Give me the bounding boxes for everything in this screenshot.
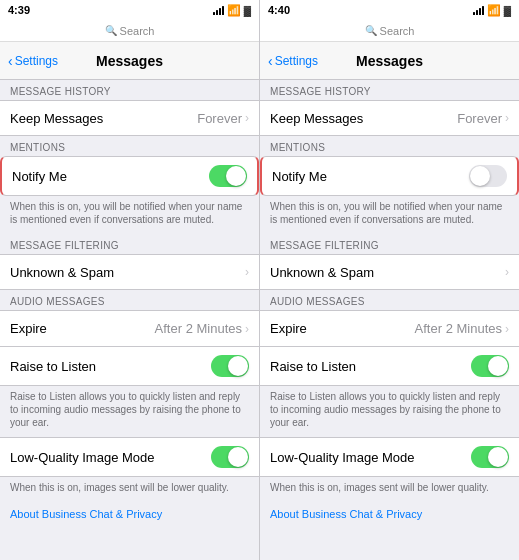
left-status-icons: 📶 ▓ bbox=[213, 4, 251, 17]
right-raise-listen-cell[interactable]: Raise to Listen bbox=[260, 346, 519, 386]
left-raise-listen-cell[interactable]: Raise to Listen bbox=[0, 346, 259, 386]
right-battery-icon: ▓ bbox=[504, 5, 511, 16]
left-about-label: About Business Chat & Privacy bbox=[10, 508, 162, 520]
left-audio-footer: Raise to Listen allows you to quickly li… bbox=[0, 386, 259, 437]
left-notify-me-cell[interactable]: Notify Me bbox=[0, 156, 259, 196]
right-keep-messages-value: Forever › bbox=[457, 111, 509, 126]
right-image-mode-knob bbox=[488, 447, 508, 467]
right-nav-title: Messages bbox=[356, 53, 423, 69]
left-keep-messages-value: Forever › bbox=[197, 111, 249, 126]
left-notify-me-toggle[interactable] bbox=[209, 165, 247, 187]
right-keep-chevron-icon: › bbox=[505, 111, 509, 125]
left-expire-chevron-icon: › bbox=[245, 322, 249, 336]
left-unknown-spam-label: Unknown & Spam bbox=[10, 265, 114, 280]
left-nav-title: Messages bbox=[96, 53, 163, 69]
right-keep-messages-label: Keep Messages bbox=[270, 111, 363, 126]
right-spam-chevron-icon: › bbox=[505, 265, 509, 279]
left-back-button[interactable]: ‹ Settings bbox=[8, 53, 58, 69]
left-image-mode-toggle[interactable] bbox=[211, 446, 249, 468]
right-wifi-icon: 📶 bbox=[487, 4, 501, 17]
right-content: MESSAGE HISTORY Keep Messages Forever › … bbox=[260, 80, 519, 560]
right-image-mode-toggle[interactable] bbox=[471, 446, 509, 468]
left-keep-messages-cell[interactable]: Keep Messages Forever › bbox=[0, 100, 259, 136]
left-unknown-spam-cell[interactable]: Unknown & Spam › bbox=[0, 254, 259, 290]
signal-icon bbox=[213, 5, 224, 15]
left-image-mode-cell[interactable]: Low-Quality Image Mode bbox=[0, 437, 259, 477]
right-msg-history-header: MESSAGE HISTORY bbox=[260, 80, 519, 100]
right-expire-cell[interactable]: Expire After 2 Minutes › bbox=[260, 310, 519, 346]
right-back-button[interactable]: ‹ Settings bbox=[268, 53, 318, 69]
right-mentions-header: MENTIONS bbox=[260, 136, 519, 156]
left-image-footer: When this is on, images sent will be low… bbox=[0, 477, 259, 502]
right-unknown-spam-cell[interactable]: Unknown & Spam › bbox=[260, 254, 519, 290]
right-image-mode-cell[interactable]: Low-Quality Image Mode bbox=[260, 437, 519, 477]
right-status-icons: 📶 ▓ bbox=[473, 4, 511, 17]
right-back-chevron: ‹ bbox=[268, 53, 273, 69]
right-expire-value: After 2 Minutes › bbox=[415, 321, 509, 336]
left-image-mode-label: Low-Quality Image Mode bbox=[10, 450, 155, 465]
right-search-label: Search bbox=[380, 25, 415, 37]
right-status-bar: 4:40 📶 ▓ bbox=[260, 0, 519, 20]
left-expire-value: After 2 Minutes › bbox=[155, 321, 249, 336]
right-unknown-spam-label: Unknown & Spam bbox=[270, 265, 374, 280]
left-raise-listen-label: Raise to Listen bbox=[10, 359, 96, 374]
left-back-chevron: ‹ bbox=[8, 53, 13, 69]
right-notify-me-knob bbox=[470, 166, 490, 186]
right-notify-me-label: Notify Me bbox=[272, 169, 327, 184]
right-audio-footer: Raise to Listen allows you to quickly li… bbox=[260, 386, 519, 437]
left-raise-listen-knob bbox=[228, 356, 248, 376]
right-keep-messages-cell[interactable]: Keep Messages Forever › bbox=[260, 100, 519, 136]
left-filtering-header: MESSAGE FILTERING bbox=[0, 234, 259, 254]
left-content: MESSAGE HISTORY Keep Messages Forever › … bbox=[0, 80, 259, 560]
left-back-label: Settings bbox=[15, 54, 58, 68]
right-time: 4:40 bbox=[268, 4, 290, 16]
right-audio-header: AUDIO MESSAGES bbox=[260, 290, 519, 310]
right-filtering-header: MESSAGE FILTERING bbox=[260, 234, 519, 254]
right-raise-listen-label: Raise to Listen bbox=[270, 359, 356, 374]
left-keep-chevron-icon: › bbox=[245, 111, 249, 125]
left-raise-listen-toggle[interactable] bbox=[211, 355, 249, 377]
battery-icon: ▓ bbox=[244, 5, 251, 16]
left-msg-history-header: MESSAGE HISTORY bbox=[0, 80, 259, 100]
right-raise-listen-knob bbox=[488, 356, 508, 376]
left-about-link[interactable]: About Business Chat & Privacy bbox=[0, 502, 259, 526]
left-screen: 4:39 📶 ▓ 🔍 Search ‹ Settings Messages ME… bbox=[0, 0, 259, 560]
right-image-footer: When this is on, images sent will be low… bbox=[260, 477, 519, 502]
right-expire-chevron-icon: › bbox=[505, 322, 509, 336]
right-search-bar[interactable]: 🔍 Search bbox=[260, 20, 519, 42]
left-search-label: Search bbox=[120, 25, 155, 37]
right-expire-label: Expire bbox=[270, 321, 307, 336]
left-audio-header: AUDIO MESSAGES bbox=[0, 290, 259, 310]
wifi-icon: 📶 bbox=[227, 4, 241, 17]
left-time: 4:39 bbox=[8, 4, 30, 16]
right-back-label: Settings bbox=[275, 54, 318, 68]
left-search-bar[interactable]: 🔍 Search bbox=[0, 20, 259, 42]
left-spam-chevron-icon: › bbox=[245, 265, 249, 279]
left-mentions-footer: When this is on, you will be notified wh… bbox=[0, 196, 259, 234]
right-about-label: About Business Chat & Privacy bbox=[270, 508, 422, 520]
right-screen: 4:40 📶 ▓ 🔍 Search ‹ Settings Messages ME… bbox=[260, 0, 519, 560]
right-image-mode-label: Low-Quality Image Mode bbox=[270, 450, 415, 465]
left-status-bar: 4:39 📶 ▓ bbox=[0, 0, 259, 20]
right-mentions-footer: When this is on, you will be notified wh… bbox=[260, 196, 519, 234]
left-expire-cell[interactable]: Expire After 2 Minutes › bbox=[0, 310, 259, 346]
left-nav-bar: ‹ Settings Messages bbox=[0, 42, 259, 80]
right-notify-me-toggle[interactable] bbox=[469, 165, 507, 187]
left-image-mode-knob bbox=[228, 447, 248, 467]
left-notify-me-knob bbox=[226, 166, 246, 186]
left-expire-label: Expire bbox=[10, 321, 47, 336]
left-notify-me-label: Notify Me bbox=[12, 169, 67, 184]
right-nav-bar: ‹ Settings Messages bbox=[260, 42, 519, 80]
right-about-link[interactable]: About Business Chat & Privacy bbox=[260, 502, 519, 526]
right-notify-me-cell[interactable]: Notify Me bbox=[260, 156, 519, 196]
left-mentions-header: MENTIONS bbox=[0, 136, 259, 156]
left-keep-messages-label: Keep Messages bbox=[10, 111, 103, 126]
right-signal-icon bbox=[473, 5, 484, 15]
right-raise-listen-toggle[interactable] bbox=[471, 355, 509, 377]
